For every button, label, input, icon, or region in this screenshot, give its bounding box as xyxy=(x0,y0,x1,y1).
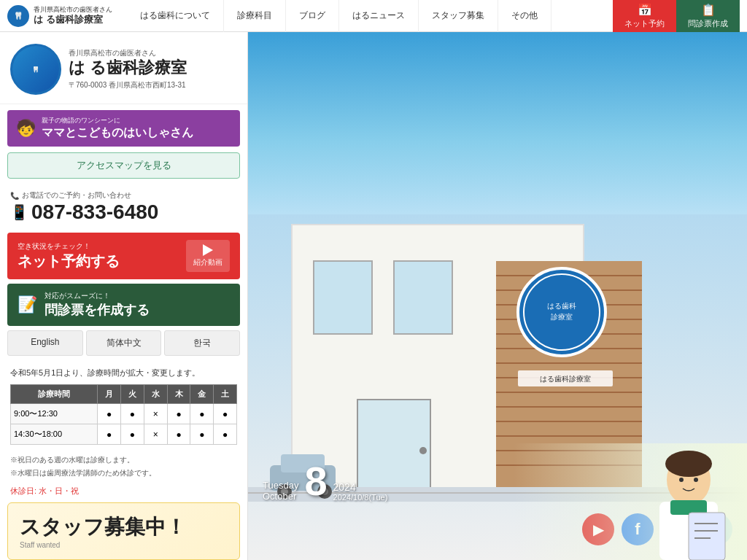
nav-consult-button[interactable]: 📋 問診票作成 xyxy=(676,0,740,32)
consult-icon: 📝 xyxy=(18,295,37,314)
calendar-icon: 📅 xyxy=(638,3,652,17)
sidebar: 🦷 香川県高松市の歯医者さん は る歯科診療室 〒760-0003 香川県高松市… xyxy=(0,32,248,560)
note-1: ※祝日のある週の水曜は診療します。 xyxy=(10,454,237,467)
slot-sat-2: ● xyxy=(214,424,237,445)
nurse-illustration xyxy=(514,443,747,560)
schedule-notice: 令和5年5月1日より、診療時間が拡大・変更します。 xyxy=(10,368,237,378)
clinic-logo-inner: 🦷 xyxy=(12,46,59,93)
schedule-col-sat: 土 xyxy=(214,385,237,404)
date-year-full: 2024 2024/10/8(Tue) xyxy=(333,481,388,502)
slot-fri-2: ● xyxy=(190,424,214,445)
date-year: 2024 xyxy=(333,481,388,493)
nav-item-staff[interactable]: スタッフ募集 xyxy=(419,0,498,32)
staff-title: スタッフ募集中！ xyxy=(20,513,228,541)
schedule-col-fri: 金 xyxy=(190,385,214,404)
time-slot-1: 9:00〜12:30 xyxy=(11,404,98,424)
svg-point-41 xyxy=(665,451,712,477)
lang-english-button[interactable]: English xyxy=(7,330,83,356)
svg-rect-16 xyxy=(314,261,372,334)
table-row: 14:30〜18:00 ● ● × ● ● ● xyxy=(11,424,237,445)
nav-item-services[interactable]: 診療科目 xyxy=(224,0,286,32)
consult-button[interactable]: 📝 対応がスムーズに！ 問診票を作成する xyxy=(7,284,240,326)
date-weekday-month: Tuesday October xyxy=(263,480,298,502)
clinic-logo-icon: 🦷 xyxy=(7,5,29,27)
slot-thu-2: ● xyxy=(167,424,190,445)
net-reserve-text: 空き状況をチェック！ ネット予約する xyxy=(18,241,120,271)
nav-item-about[interactable]: はる歯科について xyxy=(127,0,224,32)
svg-text:はる歯科: はる歯科 xyxy=(547,302,576,310)
language-buttons: English 简体中文 한국 xyxy=(7,330,240,356)
net-reserve-button[interactable]: 空き状況をチェック！ ネット予約する 紹介動画 xyxy=(7,233,240,279)
table-row: 9:00〜12:30 ● ● × ● ● ● xyxy=(11,404,237,424)
slot-mon-1: ● xyxy=(98,404,121,424)
svg-rect-17 xyxy=(394,261,452,334)
nav-item-other[interactable]: その他 xyxy=(498,0,551,32)
slot-mon-2: ● xyxy=(98,424,121,445)
slot-sat-1: ● xyxy=(214,404,237,424)
slot-tue-2: ● xyxy=(121,424,144,445)
nav-item-news[interactable]: はるニュース xyxy=(339,0,419,32)
slot-wed-2: × xyxy=(144,424,167,445)
main-layout: 🦷 香川県高松市の歯医者さん は る歯科診療室 〒760-0003 香川県高松市… xyxy=(0,32,747,560)
phone-label: 📞 お電話でのご予約・お問い合わせ xyxy=(10,190,237,201)
consult-text: 対応がスムーズに！ 問診票を作成する xyxy=(44,291,150,319)
schedule-col-thu: 木 xyxy=(167,385,190,404)
clinic-name: は る歯科診療室 xyxy=(69,58,237,77)
clinic-prefecture: 香川県高松市の歯医者さん xyxy=(69,48,237,58)
nav-logo[interactable]: 🦷 香川県高松市の歯医者さん は る歯科診療室 xyxy=(7,5,112,27)
clinic-address: 〒760-0003 香川県高松市西町13-31 xyxy=(69,80,237,90)
clinic-info: 香川県高松市の歯医者さん は る歯科診療室 〒760-0003 香川県高松市西町… xyxy=(69,48,237,90)
form-icon: 📋 xyxy=(701,3,716,17)
time-slot-2: 14:30〜18:00 xyxy=(11,424,98,445)
date-full: 2024/10/8(Tue) xyxy=(333,493,388,502)
clinic-header: 🦷 香川県高松市の歯医者さん は る歯科診療室 〒760-0003 香川県高松市… xyxy=(0,32,247,104)
date-weekday: Tuesday xyxy=(263,480,298,491)
schedule-section: 令和5年5月1日より、診療時間が拡大・変更します。 診療時間 月 火 水 木 金… xyxy=(0,360,247,449)
play-icon xyxy=(203,244,213,256)
hero-image: はる歯科 診療室 はる歯科診療室 xyxy=(248,32,747,560)
nav-item-blog[interactable]: ブログ xyxy=(286,0,339,32)
note-2: ※水曜日は歯周療法学講師のため休診です。 xyxy=(10,467,237,480)
schedule-col-tue: 火 xyxy=(121,385,144,404)
nurse-section xyxy=(514,443,747,560)
date-overlay: Tuesday October 8 2024 2024/10/8(Tue) xyxy=(263,461,387,502)
nav-reserve-button[interactable]: 📅 ネット予約 xyxy=(613,0,676,32)
date-day-num: 8 xyxy=(304,461,327,502)
svg-text:診療室: 診療室 xyxy=(551,313,573,321)
svg-point-19 xyxy=(419,447,427,454)
staff-subtitle: Staff wanted xyxy=(20,541,228,549)
svg-point-20 xyxy=(518,268,605,356)
nav-items: はる歯科について 診療科目 ブログ はるニュース スタッフ募集 その他 xyxy=(127,0,613,32)
phone-icon: 📱 xyxy=(10,203,28,221)
kids-icon: 🧒 xyxy=(16,119,36,138)
svg-text:はる歯科診療室: はる歯科診療室 xyxy=(540,375,591,383)
nav-logo-text: 香川県高松市の歯医者さん は る歯科診療室 xyxy=(34,6,112,25)
lang-chinese-button[interactable]: 简体中文 xyxy=(86,330,162,356)
schedule-col-mon: 月 xyxy=(98,385,121,404)
clinic-logo: 🦷 xyxy=(10,44,61,95)
schedule-notes: ※祝日のある週の水曜は診療します。 ※水曜日は歯周療法学講師のため休診です。 xyxy=(0,449,247,484)
svg-point-43 xyxy=(694,478,698,482)
kids-banner-text: 親子の物語のワンシーンに ママとこどものはいしゃさん xyxy=(42,116,193,141)
svg-point-42 xyxy=(679,478,684,482)
hero-section: はる歯科 診療室 はる歯科診療室 xyxy=(248,32,747,560)
top-nav: 🦷 香川県高松市の歯医者さん は る歯科診療室 はる歯科について 診療科目 ブロ… xyxy=(0,0,747,32)
kids-banner[interactable]: 🧒 親子の物語のワンシーンに ママとこどものはいしゃさん xyxy=(7,110,240,147)
phone-section: 📞 お電話でのご予約・お問い合わせ 📱 087-833-6480 xyxy=(0,183,247,228)
staff-banner[interactable]: スタッフ募集中！ Staff wanted xyxy=(7,502,240,560)
slot-tue-1: ● xyxy=(121,404,144,424)
holiday-notice: 休診日: 水・日・祝 xyxy=(0,484,247,502)
schedule-col-time: 診療時間 xyxy=(11,385,98,404)
slot-thu-1: ● xyxy=(167,404,190,424)
schedule-col-wed: 水 xyxy=(144,385,167,404)
video-button[interactable]: 紹介動画 xyxy=(186,240,230,272)
date-month: October xyxy=(263,491,298,502)
slot-fri-1: ● xyxy=(190,404,214,424)
phone-label-icon: 📞 xyxy=(10,192,19,200)
phone-number: 📱 087-833-6480 xyxy=(10,201,237,224)
access-map-button[interactable]: アクセスマップを見る xyxy=(7,152,240,179)
schedule-table: 診療時間 月 火 水 木 金 土 9:00〜12:30 ● ● × xyxy=(10,384,237,445)
lang-korean-button[interactable]: 한국 xyxy=(164,330,240,356)
svg-rect-37 xyxy=(689,513,725,560)
slot-wed-1: × xyxy=(144,404,167,424)
